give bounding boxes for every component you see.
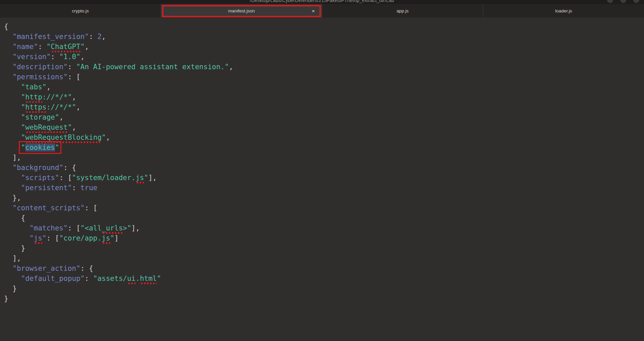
code-token: webRequestBlocking xyxy=(25,133,102,143)
tab-loader-js[interactable]: loader.js xyxy=(483,4,644,17)
code-token: , xyxy=(106,133,110,141)
code-token xyxy=(4,63,12,71)
code-line: "name": "ChatGPT", xyxy=(4,42,644,52)
code-token: ], xyxy=(4,254,21,262)
code-token: " xyxy=(30,234,34,242)
code-token xyxy=(4,184,21,192)
code-line: "js": ["core/app.js"] xyxy=(4,233,644,243)
code-token xyxy=(4,224,30,232)
code-token xyxy=(4,43,12,51)
code-token: : xyxy=(72,184,80,192)
code-token: ], xyxy=(131,224,140,232)
code-token: : xyxy=(85,274,93,283)
code-line: "background": { xyxy=(4,163,644,173)
code-token: "assets/ xyxy=(93,274,127,283)
code-line: } xyxy=(4,284,644,294)
code-token: "scripts" xyxy=(21,174,59,182)
code-token: "browser_action" xyxy=(12,264,80,272)
code-token: : [ xyxy=(68,224,81,232)
code-line: } xyxy=(4,294,644,304)
code-token: " xyxy=(21,93,26,101)
code-token: , xyxy=(229,63,233,71)
code-token xyxy=(4,73,12,81)
code-token xyxy=(4,93,21,101)
code-token: ], xyxy=(148,174,157,182)
code-token: "core/app. xyxy=(59,234,101,242)
code-token: "matches" xyxy=(30,224,68,232)
code-token: " xyxy=(42,234,47,242)
code-token: >" xyxy=(123,224,131,232)
code-token: { xyxy=(4,23,8,31)
code-token: : xyxy=(51,53,59,61)
code-line: { xyxy=(4,22,644,32)
code-token: " xyxy=(68,123,72,131)
code-token: " xyxy=(110,234,114,242)
code-line: "content_scripts": [ xyxy=(4,203,644,213)
code-token: , xyxy=(72,123,76,131)
code-line: "https://*/*", xyxy=(4,102,644,112)
code-token: ://*/*" xyxy=(42,93,72,101)
code-line: { xyxy=(4,213,644,223)
code-line: "tabs", xyxy=(4,82,644,92)
code-token: ], xyxy=(4,154,21,162)
code-token: . xyxy=(136,274,140,283)
code-token: "default_popup" xyxy=(21,274,85,283)
tab-label: app.js xyxy=(396,8,408,13)
code-token: _urls xyxy=(102,224,123,234)
code-token: " xyxy=(102,133,106,141)
code-token: , xyxy=(72,93,76,101)
code-token: , xyxy=(76,103,81,111)
code-token: { xyxy=(4,214,25,222)
code-token: : xyxy=(38,43,46,51)
code-line: } xyxy=(4,243,644,253)
code-token: "tabs" xyxy=(21,83,47,91)
code-token: : xyxy=(68,63,76,71)
code-token: "background" xyxy=(12,164,63,172)
code-token: "version" xyxy=(12,53,51,61)
code-token: "storage" xyxy=(21,113,59,121)
code-token xyxy=(4,83,21,91)
editor[interactable]: { "manifest_version": 2, "name": "ChatGP… xyxy=(0,17,644,341)
code-line: "scripts": ["system/loader.js"], xyxy=(4,173,644,183)
code-line: "default_popup": "assets/ui.html" xyxy=(4,273,644,284)
code-token: " xyxy=(21,103,26,111)
code-token: "persistent" xyxy=(21,184,72,192)
code-token: , xyxy=(59,113,63,121)
tab-label: manifest.json xyxy=(228,8,255,13)
tab-crypto-js[interactable]: crypto.js xyxy=(0,4,161,17)
code-token: "content_scripts" xyxy=(12,204,85,212)
code-token: : xyxy=(89,33,97,41)
code-token: : [ xyxy=(85,204,97,212)
code-token: "permissions" xyxy=(12,73,67,81)
window-title: /Desktop/Labs/CyberDefenders/215FakeGPT/… xyxy=(0,0,644,3)
code-token: ChatGPT xyxy=(51,43,81,53)
code-token: : [ xyxy=(59,174,72,182)
code-token: "1.0" xyxy=(59,53,80,61)
code-token: "manifest_version" xyxy=(12,33,89,41)
selected-text: cookies xyxy=(25,143,55,152)
code-line: "storage", xyxy=(4,112,644,122)
code-token: : [ xyxy=(46,234,59,242)
code-line: ], xyxy=(4,153,644,163)
code-token xyxy=(4,113,21,121)
tab-app-js[interactable]: app.js xyxy=(322,4,483,17)
code-token xyxy=(4,204,12,212)
code-token: : { xyxy=(81,264,93,272)
code-area: { "manifest_version": 2, "name": "ChatGP… xyxy=(4,22,644,304)
code-token: ] xyxy=(114,234,119,242)
tab-manifest-json[interactable]: manifest.json × xyxy=(161,4,322,17)
code-line: ], xyxy=(4,253,644,263)
code-token: html xyxy=(140,274,157,285)
code-token: js xyxy=(34,234,42,244)
code-line: "webRequest", xyxy=(4,122,644,132)
code-token: " xyxy=(21,143,26,152)
code-token xyxy=(4,174,21,182)
tab-close-icon[interactable]: × xyxy=(310,8,316,14)
code-token: " xyxy=(144,174,148,182)
code-token xyxy=(4,123,21,131)
window-titlebar: /Desktop/Labs/CyberDefenders/215FakeGPT/… xyxy=(0,0,644,4)
code-line: "matches": ["<all_urls>"], xyxy=(4,223,644,233)
code-line: "persistent": true xyxy=(4,183,644,193)
annotation-box-cookies: "cookies" xyxy=(21,143,59,152)
code-token: http xyxy=(25,93,42,103)
